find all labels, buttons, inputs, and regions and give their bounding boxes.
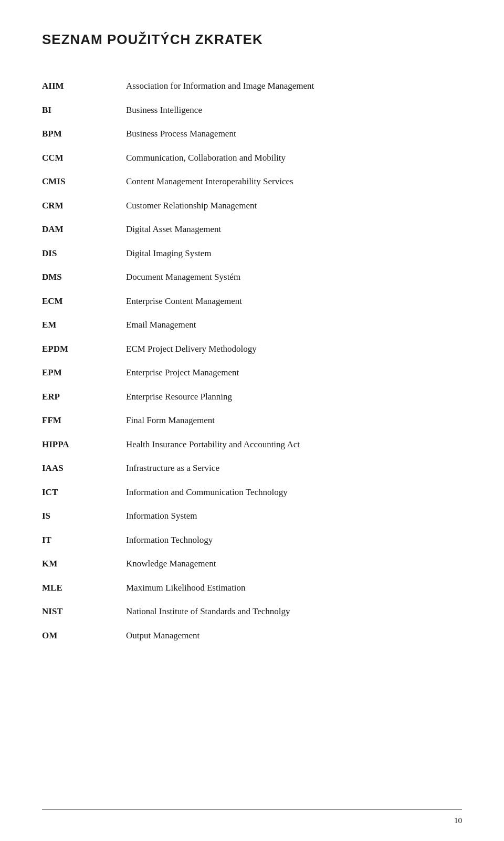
acronym-abbr: IS [42, 504, 126, 528]
bottom-border [42, 809, 462, 810]
acronym-abbr: KM [42, 552, 126, 576]
table-row: BPMBusiness Process Management [42, 122, 462, 146]
acronym-abbr: EPDM [42, 337, 126, 361]
acronym-definition: Business Intelligence [126, 98, 462, 122]
acronym-abbr: CCM [42, 146, 126, 170]
table-row: ITInformation Technology [42, 528, 462, 552]
acronym-definition: Content Management Interoperability Serv… [126, 170, 462, 194]
acronym-table: AIIMAssociation for Information and Imag… [42, 74, 462, 647]
acronym-abbr: OM [42, 624, 126, 648]
table-row: HIPPAHealth Insurance Portability and Ac… [42, 433, 462, 457]
acronym-definition: Information System [126, 504, 462, 528]
acronym-definition: Document Management Systém [126, 265, 462, 289]
acronym-definition: Infrastructure as a Service [126, 456, 462, 480]
acronym-definition: Output Management [126, 624, 462, 648]
table-row: ISInformation System [42, 504, 462, 528]
table-row: NISTNational Institute of Standards and … [42, 600, 462, 624]
page-number: 10 [454, 816, 462, 825]
table-row: CMISContent Management Interoperability … [42, 170, 462, 194]
acronym-definition: Customer Relationship Management [126, 194, 462, 218]
acronym-definition: Digital Imaging System [126, 241, 462, 266]
table-row: DMSDocument Management Systém [42, 265, 462, 289]
table-row: EMEmail Management [42, 313, 462, 337]
acronym-definition: Maximum Likelihood Estimation [126, 576, 462, 600]
acronym-abbr: AIIM [42, 74, 126, 98]
acronym-abbr: BI [42, 98, 126, 122]
table-row: AIIMAssociation for Information and Imag… [42, 74, 462, 98]
acronym-abbr: CMIS [42, 170, 126, 194]
acronym-definition: Information and Communication Technology [126, 480, 462, 504]
acronym-abbr: BPM [42, 122, 126, 146]
table-row: DAMDigital Asset Management [42, 217, 462, 241]
acronym-definition: Enterprise Project Management [126, 361, 462, 385]
acronym-abbr: FFM [42, 408, 126, 433]
acronym-definition: Business Process Management [126, 122, 462, 146]
acronym-definition: Email Management [126, 313, 462, 337]
table-row: ERPEnterprise Resource Planning [42, 385, 462, 409]
acronym-abbr: NIST [42, 600, 126, 624]
acronym-definition: Knowledge Management [126, 552, 462, 576]
table-row: CCMCommunication, Collaboration and Mobi… [42, 146, 462, 170]
acronym-abbr: ICT [42, 480, 126, 504]
table-row: EPDMECM Project Delivery Methodology [42, 337, 462, 361]
acronym-abbr: IT [42, 528, 126, 552]
table-row: ECMEnterprise Content Management [42, 289, 462, 313]
acronym-definition: Enterprise Content Management [126, 289, 462, 313]
acronym-definition: Final Form Management [126, 408, 462, 433]
acronym-abbr: IAAS [42, 456, 126, 480]
acronym-abbr: ECM [42, 289, 126, 313]
table-row: BIBusiness Intelligence [42, 98, 462, 122]
table-row: ICTInformation and Communication Technol… [42, 480, 462, 504]
acronym-definition: Digital Asset Management [126, 217, 462, 241]
acronym-abbr: HIPPA [42, 433, 126, 457]
table-row: DISDigital Imaging System [42, 241, 462, 266]
acronym-definition: Information Technology [126, 528, 462, 552]
acronym-definition: Enterprise Resource Planning [126, 385, 462, 409]
table-row: KMKnowledge Management [42, 552, 462, 576]
table-row: EPMEnterprise Project Management [42, 361, 462, 385]
acronym-abbr: MLE [42, 576, 126, 600]
acronym-abbr: DAM [42, 217, 126, 241]
acronym-abbr: DIS [42, 241, 126, 266]
acronym-definition: ECM Project Delivery Methodology [126, 337, 462, 361]
table-row: OMOutput Management [42, 624, 462, 648]
page-container: SEZNAM POUŽITÝCH ZKRATEK AIIMAssociation… [0, 0, 504, 841]
acronym-definition: National Institute of Standards and Tech… [126, 600, 462, 624]
acronym-abbr: EM [42, 313, 126, 337]
table-row: CRMCustomer Relationship Management [42, 194, 462, 218]
acronym-definition: Health Insurance Portability and Account… [126, 433, 462, 457]
acronym-definition: Communication, Collaboration and Mobilit… [126, 146, 462, 170]
acronym-definition: Association for Information and Image Ma… [126, 74, 462, 98]
table-row: MLEMaximum Likelihood Estimation [42, 576, 462, 600]
table-row: IAASInfrastructure as a Service [42, 456, 462, 480]
acronym-abbr: DMS [42, 265, 126, 289]
table-row: FFMFinal Form Management [42, 408, 462, 433]
page-title: SEZNAM POUŽITÝCH ZKRATEK [42, 31, 462, 48]
acronym-abbr: CRM [42, 194, 126, 218]
acronym-abbr: ERP [42, 385, 126, 409]
acronym-abbr: EPM [42, 361, 126, 385]
